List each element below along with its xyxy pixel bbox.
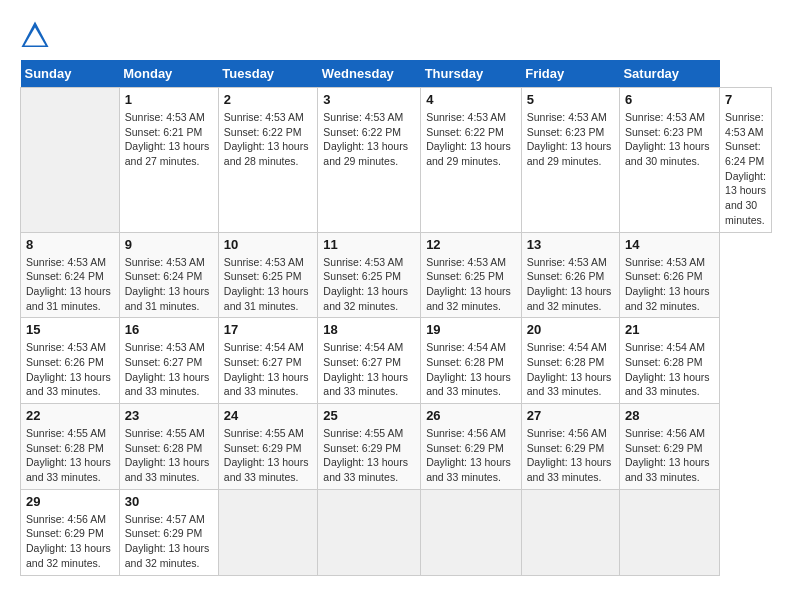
- empty-cell: [421, 489, 522, 575]
- day-cell-24: 24Sunrise: 4:55 AMSunset: 6:29 PMDayligh…: [218, 404, 318, 490]
- day-number: 8: [26, 237, 114, 252]
- day-header-sunday: Sunday: [21, 60, 120, 88]
- day-header-thursday: Thursday: [421, 60, 522, 88]
- day-info: Sunrise: 4:53 AMSunset: 6:24 PMDaylight:…: [725, 110, 766, 228]
- day-header-wednesday: Wednesday: [318, 60, 421, 88]
- week-row-4: 22Sunrise: 4:55 AMSunset: 6:28 PMDayligh…: [21, 404, 772, 490]
- day-cell-17: 17Sunrise: 4:54 AMSunset: 6:27 PMDayligh…: [218, 318, 318, 404]
- day-info: Sunrise: 4:53 AMSunset: 6:21 PMDaylight:…: [125, 110, 213, 169]
- day-number: 20: [527, 322, 614, 337]
- day-info: Sunrise: 4:54 AMSunset: 6:27 PMDaylight:…: [323, 340, 415, 399]
- day-header-monday: Monday: [119, 60, 218, 88]
- day-cell-22: 22Sunrise: 4:55 AMSunset: 6:28 PMDayligh…: [21, 404, 120, 490]
- day-number: 21: [625, 322, 714, 337]
- day-info: Sunrise: 4:53 AMSunset: 6:26 PMDaylight:…: [26, 340, 114, 399]
- day-info: Sunrise: 4:53 AMSunset: 6:24 PMDaylight:…: [26, 255, 114, 314]
- day-number: 28: [625, 408, 714, 423]
- day-cell-15: 15Sunrise: 4:53 AMSunset: 6:26 PMDayligh…: [21, 318, 120, 404]
- day-number: 25: [323, 408, 415, 423]
- day-cell-14: 14Sunrise: 4:53 AMSunset: 6:26 PMDayligh…: [619, 232, 719, 318]
- day-cell-4: 4Sunrise: 4:53 AMSunset: 6:22 PMDaylight…: [421, 88, 522, 233]
- empty-cell: [318, 489, 421, 575]
- day-cell-10: 10Sunrise: 4:53 AMSunset: 6:25 PMDayligh…: [218, 232, 318, 318]
- day-number: 4: [426, 92, 516, 107]
- day-info: Sunrise: 4:53 AMSunset: 6:22 PMDaylight:…: [323, 110, 415, 169]
- empty-cell: [521, 489, 619, 575]
- day-cell-25: 25Sunrise: 4:55 AMSunset: 6:29 PMDayligh…: [318, 404, 421, 490]
- day-info: Sunrise: 4:55 AMSunset: 6:29 PMDaylight:…: [224, 426, 313, 485]
- day-number: 16: [125, 322, 213, 337]
- day-info: Sunrise: 4:53 AMSunset: 6:26 PMDaylight:…: [527, 255, 614, 314]
- day-number: 2: [224, 92, 313, 107]
- day-cell-26: 26Sunrise: 4:56 AMSunset: 6:29 PMDayligh…: [421, 404, 522, 490]
- day-cell-30: 30Sunrise: 4:57 AMSunset: 6:29 PMDayligh…: [119, 489, 218, 575]
- empty-cell: [21, 88, 120, 233]
- day-info: Sunrise: 4:53 AMSunset: 6:23 PMDaylight:…: [625, 110, 714, 169]
- week-row-1: 1Sunrise: 4:53 AMSunset: 6:21 PMDaylight…: [21, 88, 772, 233]
- day-cell-19: 19Sunrise: 4:54 AMSunset: 6:28 PMDayligh…: [421, 318, 522, 404]
- day-info: Sunrise: 4:55 AMSunset: 6:28 PMDaylight:…: [26, 426, 114, 485]
- day-headers-row: SundayMondayTuesdayWednesdayThursdayFrid…: [21, 60, 772, 88]
- day-info: Sunrise: 4:56 AMSunset: 6:29 PMDaylight:…: [625, 426, 714, 485]
- day-cell-5: 5Sunrise: 4:53 AMSunset: 6:23 PMDaylight…: [521, 88, 619, 233]
- day-info: Sunrise: 4:54 AMSunset: 6:28 PMDaylight:…: [625, 340, 714, 399]
- day-info: Sunrise: 4:56 AMSunset: 6:29 PMDaylight:…: [26, 512, 114, 571]
- calendar-table: SundayMondayTuesdayWednesdayThursdayFrid…: [20, 60, 772, 576]
- day-number: 26: [426, 408, 516, 423]
- day-info: Sunrise: 4:57 AMSunset: 6:29 PMDaylight:…: [125, 512, 213, 571]
- day-number: 27: [527, 408, 614, 423]
- logo: [20, 20, 54, 50]
- day-number: 23: [125, 408, 213, 423]
- day-info: Sunrise: 4:55 AMSunset: 6:28 PMDaylight:…: [125, 426, 213, 485]
- day-number: 9: [125, 237, 213, 252]
- day-number: 5: [527, 92, 614, 107]
- day-cell-6: 6Sunrise: 4:53 AMSunset: 6:23 PMDaylight…: [619, 88, 719, 233]
- day-info: Sunrise: 4:53 AMSunset: 6:27 PMDaylight:…: [125, 340, 213, 399]
- day-number: 6: [625, 92, 714, 107]
- day-cell-16: 16Sunrise: 4:53 AMSunset: 6:27 PMDayligh…: [119, 318, 218, 404]
- day-info: Sunrise: 4:55 AMSunset: 6:29 PMDaylight:…: [323, 426, 415, 485]
- day-number: 30: [125, 494, 213, 509]
- day-cell-21: 21Sunrise: 4:54 AMSunset: 6:28 PMDayligh…: [619, 318, 719, 404]
- day-cell-28: 28Sunrise: 4:56 AMSunset: 6:29 PMDayligh…: [619, 404, 719, 490]
- day-info: Sunrise: 4:53 AMSunset: 6:25 PMDaylight:…: [323, 255, 415, 314]
- day-info: Sunrise: 4:56 AMSunset: 6:29 PMDaylight:…: [527, 426, 614, 485]
- day-info: Sunrise: 4:53 AMSunset: 6:24 PMDaylight:…: [125, 255, 213, 314]
- page-header: [20, 20, 772, 50]
- day-number: 19: [426, 322, 516, 337]
- day-number: 1: [125, 92, 213, 107]
- day-cell-3: 3Sunrise: 4:53 AMSunset: 6:22 PMDaylight…: [318, 88, 421, 233]
- day-cell-12: 12Sunrise: 4:53 AMSunset: 6:25 PMDayligh…: [421, 232, 522, 318]
- week-row-2: 8Sunrise: 4:53 AMSunset: 6:24 PMDaylight…: [21, 232, 772, 318]
- day-number: 12: [426, 237, 516, 252]
- empty-cell: [218, 489, 318, 575]
- day-info: Sunrise: 4:53 AMSunset: 6:25 PMDaylight:…: [426, 255, 516, 314]
- day-number: 22: [26, 408, 114, 423]
- day-cell-27: 27Sunrise: 4:56 AMSunset: 6:29 PMDayligh…: [521, 404, 619, 490]
- day-header-friday: Friday: [521, 60, 619, 88]
- day-number: 29: [26, 494, 114, 509]
- day-cell-23: 23Sunrise: 4:55 AMSunset: 6:28 PMDayligh…: [119, 404, 218, 490]
- day-cell-9: 9Sunrise: 4:53 AMSunset: 6:24 PMDaylight…: [119, 232, 218, 318]
- day-info: Sunrise: 4:53 AMSunset: 6:22 PMDaylight:…: [426, 110, 516, 169]
- week-row-5: 29Sunrise: 4:56 AMSunset: 6:29 PMDayligh…: [21, 489, 772, 575]
- day-info: Sunrise: 4:53 AMSunset: 6:22 PMDaylight:…: [224, 110, 313, 169]
- day-number: 18: [323, 322, 415, 337]
- day-number: 3: [323, 92, 415, 107]
- day-cell-20: 20Sunrise: 4:54 AMSunset: 6:28 PMDayligh…: [521, 318, 619, 404]
- day-number: 10: [224, 237, 313, 252]
- day-info: Sunrise: 4:54 AMSunset: 6:28 PMDaylight:…: [426, 340, 516, 399]
- day-cell-13: 13Sunrise: 4:53 AMSunset: 6:26 PMDayligh…: [521, 232, 619, 318]
- day-info: Sunrise: 4:54 AMSunset: 6:28 PMDaylight:…: [527, 340, 614, 399]
- day-header-tuesday: Tuesday: [218, 60, 318, 88]
- day-cell-8: 8Sunrise: 4:53 AMSunset: 6:24 PMDaylight…: [21, 232, 120, 318]
- day-info: Sunrise: 4:53 AMSunset: 6:23 PMDaylight:…: [527, 110, 614, 169]
- day-info: Sunrise: 4:56 AMSunset: 6:29 PMDaylight:…: [426, 426, 516, 485]
- week-row-3: 15Sunrise: 4:53 AMSunset: 6:26 PMDayligh…: [21, 318, 772, 404]
- day-info: Sunrise: 4:54 AMSunset: 6:27 PMDaylight:…: [224, 340, 313, 399]
- day-cell-18: 18Sunrise: 4:54 AMSunset: 6:27 PMDayligh…: [318, 318, 421, 404]
- day-number: 11: [323, 237, 415, 252]
- day-info: Sunrise: 4:53 AMSunset: 6:25 PMDaylight:…: [224, 255, 313, 314]
- day-cell-2: 2Sunrise: 4:53 AMSunset: 6:22 PMDaylight…: [218, 88, 318, 233]
- day-cell-29: 29Sunrise: 4:56 AMSunset: 6:29 PMDayligh…: [21, 489, 120, 575]
